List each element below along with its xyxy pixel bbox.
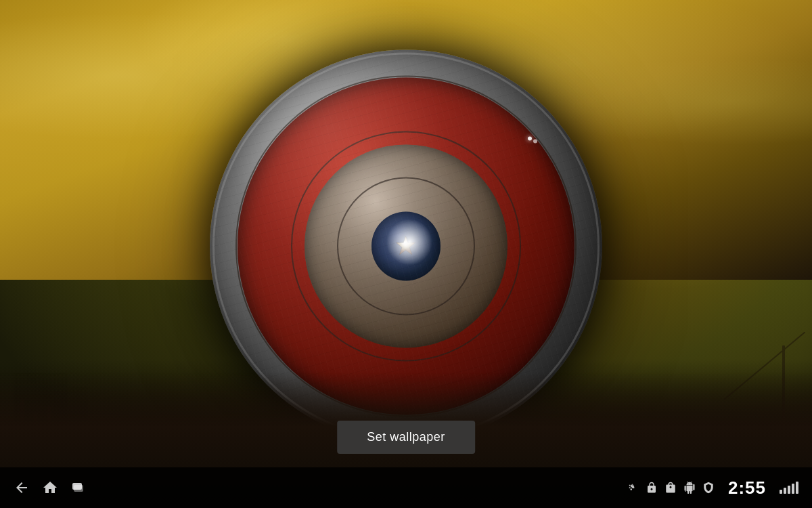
bag-icon <box>664 482 677 494</box>
android-icon <box>683 482 696 494</box>
back-button[interactable] <box>14 480 30 496</box>
set-wallpaper-button[interactable]: Set wallpaper <box>337 421 475 454</box>
nav-bar: 2:55 <box>0 467 812 508</box>
usb-icon <box>625 481 639 494</box>
settings-icon <box>702 482 715 494</box>
home-button[interactable] <box>42 480 58 496</box>
svg-point-1 <box>402 242 410 250</box>
shield-red-ring <box>238 77 575 415</box>
signal-bars <box>780 482 798 494</box>
shield-star <box>394 234 418 258</box>
security-icon <box>646 482 658 494</box>
shield <box>210 49 602 442</box>
svg-line-2 <box>724 332 805 400</box>
time-display: 2:55 <box>728 478 766 499</box>
shield-blue-center <box>371 212 441 281</box>
nav-right-status: 2:55 <box>625 478 798 499</box>
shield-outer-ring <box>210 49 602 442</box>
svg-rect-4 <box>74 485 83 492</box>
nav-left-controls <box>14 480 87 496</box>
recents-button[interactable] <box>70 480 87 496</box>
shield-white-ring <box>304 145 507 347</box>
